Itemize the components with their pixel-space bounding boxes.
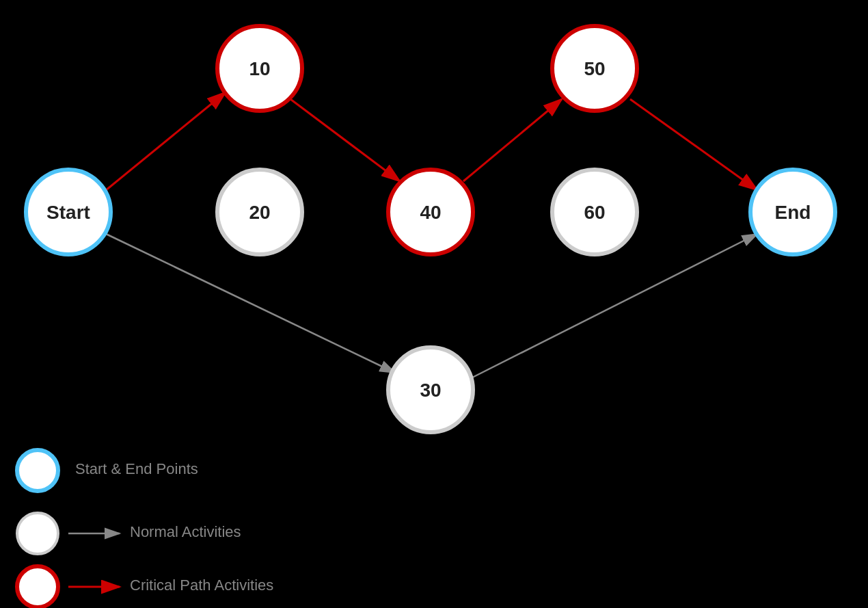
label-20: 20 [249, 202, 270, 223]
edge-50-end [630, 99, 757, 190]
label-50: 50 [584, 58, 605, 79]
edge-30-end [468, 234, 757, 380]
legend-endpoint-label: Start & End Points [75, 460, 198, 477]
label-30: 30 [420, 380, 441, 401]
legend-critical-circle [17, 566, 58, 607]
legend-normal-label: Normal Activities [130, 523, 241, 540]
legend-critical-label: Critical Path Activities [130, 577, 273, 594]
edge-10-40 [290, 99, 400, 181]
network-diagram: Start 10 20 40 50 60 30 End Start & End … [0, 0, 868, 608]
label-60: 60 [584, 202, 605, 223]
edge-start-10 [106, 92, 226, 190]
edge-40-50 [463, 99, 562, 181]
label-start: Start [46, 202, 90, 223]
legend-normal-circle [17, 513, 58, 554]
label-40: 40 [420, 202, 441, 223]
legend-endpoint-circle [17, 450, 58, 491]
label-end: End [775, 202, 811, 223]
label-10: 10 [249, 58, 270, 79]
